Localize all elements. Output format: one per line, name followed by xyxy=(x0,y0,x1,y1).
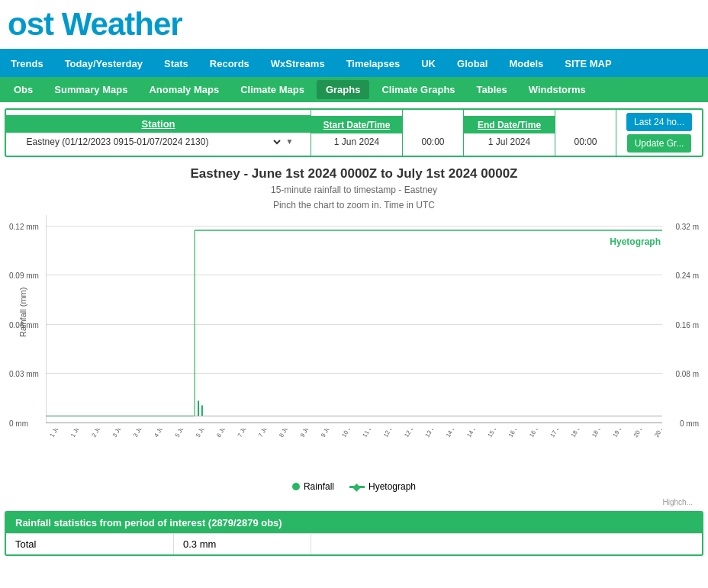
svg-text:16 Jun 19:45: 16 Jun 19:45 xyxy=(528,429,552,439)
y-label-003: 0.03 mm xyxy=(9,370,39,378)
svg-text:14 Jun 01:45: 14 Jun 01:45 xyxy=(445,429,468,439)
subnav-climate-maps[interactable]: Climate Maps xyxy=(231,80,314,99)
nav-models[interactable]: Models xyxy=(498,50,554,77)
main-nav: Trends Today/Yesterday Stats Records WxS… xyxy=(0,50,708,77)
station-row: Station Eastney (01/12/2023 0915-01/07/2… xyxy=(5,108,703,157)
svg-text:7 Jun 04:45: 7 Jun 04:45 xyxy=(237,429,258,439)
subnav-anomaly-maps[interactable]: Anomaly Maps xyxy=(140,80,228,99)
y-label-006: 0.06 mm xyxy=(9,320,39,329)
svg-text:1 Jun 00:15: 1 Jun 00:15 xyxy=(49,429,70,439)
subnav-climate-graphs[interactable]: Climate Graphs xyxy=(372,80,464,99)
chart-legend: Rainfall ◆ Hyetograph xyxy=(8,481,700,492)
update-button[interactable]: Update Gr... xyxy=(627,134,692,153)
subnav-tables[interactable]: Tables xyxy=(468,80,517,99)
svg-text:7 Jun 21:15: 7 Jun 21:15 xyxy=(257,429,278,439)
start-date-body xyxy=(311,133,402,150)
start-date-link[interactable]: Start Date/Time xyxy=(323,120,391,130)
legend-hyetograph-label: Hyetograph xyxy=(368,481,416,492)
end-date-body xyxy=(464,133,555,150)
nav-global[interactable]: Global xyxy=(446,50,498,77)
chart-container: 15-minute rainfall to timestamp - Eastne… xyxy=(8,185,700,506)
nav-timelapses[interactable]: Timelapses xyxy=(336,50,411,77)
svg-text:15 Jun 10:45: 15 Jun 10:45 xyxy=(487,429,510,439)
chart-inner[interactable]: 0.12 mm 0.32 m 0.09 mm 0.24 m 0.06 mm 0.… xyxy=(46,215,662,429)
svg-text:18 Jun 04:45: 18 Jun 04:45 xyxy=(570,429,594,439)
station-body: Eastney (01/12/2023 0915-01/07/2024 2130… xyxy=(6,133,311,151)
svg-text:19 Jun 13:45: 19 Jun 13:45 xyxy=(612,429,636,439)
nav-sitemap[interactable]: SITE MAP xyxy=(554,50,622,77)
svg-text:3 Jun 01:45: 3 Jun 01:45 xyxy=(111,429,133,439)
stats-label-total: Total xyxy=(6,534,174,554)
highcharts-credit: Highch... xyxy=(8,498,693,506)
svg-text:10 Jun 15:15: 10 Jun 15:15 xyxy=(340,429,364,439)
nav-wxstreams[interactable]: WxStreams xyxy=(260,50,336,77)
grid-line-5: 0 mm 0 mm xyxy=(46,423,662,423)
nav-trends[interactable]: Trends xyxy=(0,50,54,77)
end-time-input[interactable] xyxy=(567,137,605,147)
y-label-0: 0 mm xyxy=(9,419,28,427)
subnav-obs[interactable]: Obs xyxy=(5,80,42,99)
svg-text:12 Jun 16:45: 12 Jun 16:45 xyxy=(403,429,426,439)
nav-records[interactable]: Records xyxy=(199,50,260,77)
y-label-right-016: 0.16 m xyxy=(675,320,699,329)
svg-text:5 Jun 03:15: 5 Jun 03:15 xyxy=(174,429,195,439)
end-date-header: End Date/Time xyxy=(464,116,555,133)
start-date-header: Start Date/Time xyxy=(311,116,402,133)
station-header: Station xyxy=(6,115,311,133)
chart-subtitle: 15-minute rainfall to timestamp - Eastne… xyxy=(8,185,700,195)
subnav-windstorms[interactable]: Windstorms xyxy=(520,80,595,99)
svg-text:9 Jun 06:15: 9 Jun 06:15 xyxy=(299,429,320,439)
y-label-012: 0.12 mm xyxy=(9,223,39,231)
end-date-input[interactable] xyxy=(475,137,544,147)
end-date-cell: End Date/Time xyxy=(464,110,555,156)
subnav-summary-maps[interactable]: Summary Maps xyxy=(45,80,137,99)
svg-text:11 Jun 07:45: 11 Jun 07:45 xyxy=(362,429,385,439)
start-time-input[interactable] xyxy=(414,137,452,147)
end-date-link[interactable]: End Date/Time xyxy=(478,120,541,130)
svg-text:1 Jun 16:45: 1 Jun 16:45 xyxy=(69,429,91,439)
start-date-input[interactable] xyxy=(323,137,391,147)
last24-button[interactable]: Last 24 ho... xyxy=(626,113,692,131)
legend-hyetograph: ◆ Hyetograph xyxy=(349,481,416,492)
svg-text:17 Jun 12:15: 17 Jun 12:15 xyxy=(549,429,573,439)
y-label-right-0: 0 mm xyxy=(680,419,699,427)
legend-rainfall: Rainfall xyxy=(292,481,334,492)
x-axis-ticks: 1 Jun 00:15 1 Jun 16:45 2 Jun 09:15 3 Ju… xyxy=(46,429,662,463)
stats-extra-total xyxy=(311,534,702,554)
y-label-right-024: 0.24 m xyxy=(675,272,699,280)
y-label-right-008: 0.08 m xyxy=(675,370,699,378)
svg-text:20 Jun 22:45: 20 Jun 22:45 xyxy=(653,429,662,439)
svg-text:8 Jun 13:45: 8 Jun 13:45 xyxy=(278,429,299,439)
dropdown-icon: ▼ xyxy=(286,137,294,146)
chart-svg[interactable] xyxy=(46,215,662,423)
svg-text:13 Jun 09:15: 13 Jun 09:15 xyxy=(424,429,448,439)
svg-text:6 Jun 12:15: 6 Jun 12:15 xyxy=(215,429,237,439)
nav-today[interactable]: Today/Yesterday xyxy=(54,50,153,77)
start-time-cell xyxy=(403,110,464,156)
legend-rainfall-dot xyxy=(292,483,300,490)
nav-uk[interactable]: UK xyxy=(410,50,446,77)
svg-text:16 Jun 03:15: 16 Jun 03:15 xyxy=(507,429,531,439)
stats-row-total: Total 0.3 mm xyxy=(6,533,702,554)
stats-box: Rainfall statistics from period of inter… xyxy=(5,511,703,556)
svg-text:5 Jun 19:45: 5 Jun 19:45 xyxy=(195,429,216,439)
svg-text:9 Jun 22:45: 9 Jun 22:45 xyxy=(320,429,341,439)
subnav-graphs[interactable]: Graphs xyxy=(317,80,370,99)
svg-text:12 Jun 00:15: 12 Jun 00:15 xyxy=(382,429,406,439)
end-time-body xyxy=(555,133,616,150)
site-title: ost Weather xyxy=(8,6,700,43)
sub-nav: Obs Summary Maps Anomaly Maps Climate Ma… xyxy=(0,77,708,102)
chart-title: Eastney - June 1st 2024 0000Z to July 1s… xyxy=(0,166,708,182)
station-select[interactable]: Eastney (01/12/2023 0915-01/07/2024 2130… xyxy=(24,136,283,148)
svg-text:18 Jun 21:15: 18 Jun 21:15 xyxy=(591,429,614,439)
stats-header: Rainfall statistics from period of inter… xyxy=(6,512,702,533)
legend-hyetograph-line: ◆ xyxy=(349,486,365,488)
stats-value-total: 0.3 mm xyxy=(174,534,311,554)
nav-stats[interactable]: Stats xyxy=(153,50,199,77)
station-link[interactable]: Station xyxy=(141,118,175,130)
svg-text:20 Jun 06:15: 20 Jun 06:15 xyxy=(632,429,656,439)
svg-text:2 Jun 09:15: 2 Jun 09:15 xyxy=(90,429,111,439)
header: ost Weather xyxy=(0,0,708,50)
station-cell: Station Eastney (01/12/2023 0915-01/07/2… xyxy=(6,110,311,156)
svg-text:4 Jun 10:45: 4 Jun 10:45 xyxy=(153,429,174,439)
